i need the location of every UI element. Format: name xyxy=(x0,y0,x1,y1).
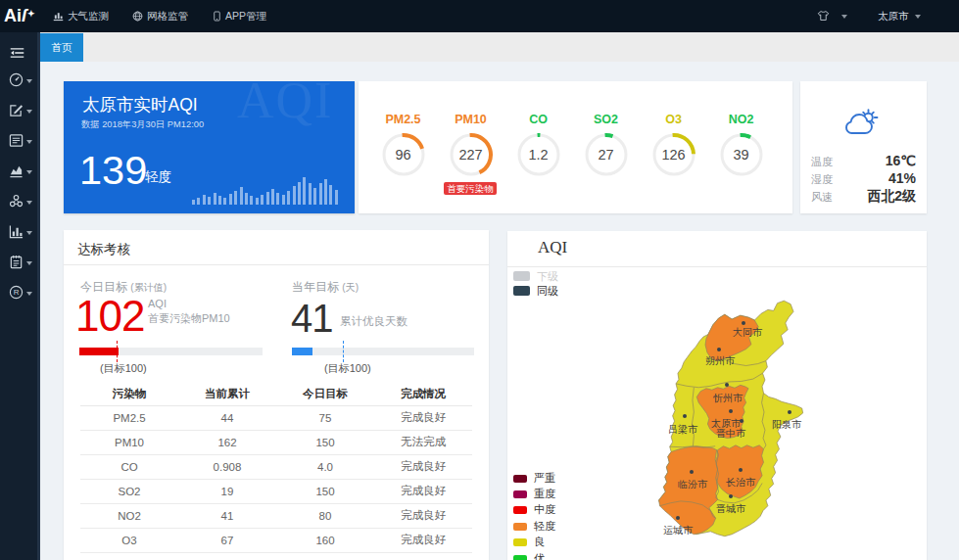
svg-text:R: R xyxy=(14,288,20,297)
